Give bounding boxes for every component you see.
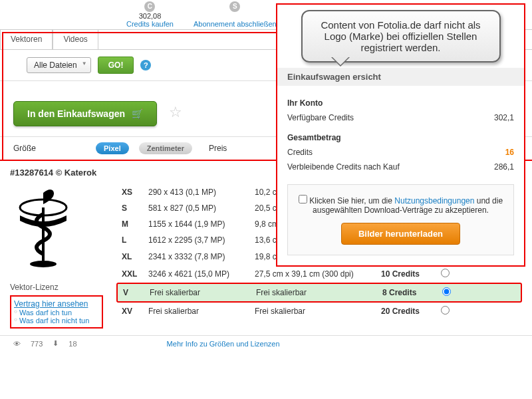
size-dim: 1612 x 2295 (3,7 MP) [148, 235, 255, 245]
size-code: XV [122, 307, 148, 316]
size-dim: 290 x 413 (0,1 MP) [148, 188, 255, 197]
panel-title: Einkaufswagen ersicht [277, 68, 524, 86]
size-row-V[interactable]: VFrei skalierbarFrei skalierbar8 Credits [116, 283, 522, 303]
add-to-cart-button[interactable]: In den Einkaufswagen 🛒 [13, 101, 157, 126]
credits-icon: C [144, 1, 155, 12]
agree-box: Klicken Sie hier, um die Nutzungsbedingu… [287, 184, 514, 255]
speech-bubble: Content von Fotolia.de darf nicht als Lo… [301, 10, 501, 63]
credits-label: Credits [287, 148, 313, 157]
size-credits: 20 Credits [381, 307, 441, 316]
konto-label: Ihr Konto [287, 98, 323, 108]
svg-point-1 [30, 261, 57, 267]
size-code: S [122, 203, 148, 213]
cart-icon: 🛒 [132, 108, 143, 119]
size-radio[interactable] [441, 269, 450, 277]
filetype-dropdown[interactable]: Alle Dateien [27, 57, 91, 73]
go-button[interactable]: GO! [98, 57, 134, 74]
remaining-label: Verbleibende Credits nach Kauf [287, 162, 400, 172]
abo-icon: S [229, 1, 240, 12]
size-row-XV[interactable]: XVFrei skalierbarFrei skalierbar20 Credi… [116, 303, 522, 320]
credits-value: 16 [505, 148, 514, 157]
size-code: L [122, 235, 148, 245]
avail-label: Verfügbare Credits [287, 113, 354, 122]
size-code: M [122, 219, 148, 229]
credits-box[interactable]: C 302,08 Credits kaufen [116, 0, 184, 29]
product-image [10, 188, 76, 274]
total-label: Gesamtbetrag [287, 133, 341, 142]
size-dim: 581 x 827 (0,5 MP) [148, 203, 255, 213]
size-dim: Frei skalierbar [148, 307, 255, 316]
download-button[interactable]: Bilder herunterladen [341, 223, 460, 245]
size-code: XL [122, 252, 148, 261]
size-row-XXL[interactable]: XXL3246 x 4621 (15,0 MP)27,5 cm x 39,1 c… [116, 265, 522, 283]
tab-videos[interactable]: Videos [53, 30, 98, 49]
more-info-link[interactable]: Mehr Info zu Größen und Lizenzen [167, 340, 280, 348]
views-count: 773 [31, 340, 43, 348]
size-code: XXL [122, 269, 148, 279]
size-dim: 1155 x 1644 (1,9 MP) [148, 219, 255, 229]
remaining-value: 286,1 [494, 162, 514, 172]
size-cm: Frei skalierbar [256, 288, 382, 297]
views-icon: 👁 [13, 340, 21, 348]
tab-vektoren[interactable]: Vektoren [0, 30, 53, 49]
license-links-box: Vertrag hier ansehen Was darf ich tun Wa… [10, 295, 103, 329]
footer-stats: 👁773 ⬇18 Mehr Info zu Größen und Lizenze… [0, 335, 532, 351]
size-credits: 8 Credits [382, 288, 442, 297]
size-radio[interactable] [442, 287, 451, 296]
size-dim: 3246 x 4621 (15,0 MP) [148, 269, 255, 279]
downloads-icon: ⬇ [53, 339, 59, 348]
size-code: XS [122, 188, 148, 197]
size-credits: 10 Credits [381, 269, 441, 279]
size-label: Größe [13, 144, 36, 153]
cm-toggle[interactable]: Zentimeter [139, 142, 192, 154]
price-label: Preis [209, 144, 227, 153]
left-col: Vektor-Lizenz Vertrag hier ansehen Was d… [10, 184, 103, 329]
agree-checkbox[interactable] [299, 195, 307, 203]
favorite-icon[interactable]: ☆ [169, 104, 182, 120]
cart-summary-panel: Content von Fotolia.de darf nicht als Lo… [276, 3, 525, 267]
downloads-count: 18 [68, 340, 76, 348]
terms-link[interactable]: Nutzungsbedingungen [394, 196, 474, 205]
pixel-toggle[interactable]: Pixel [96, 142, 129, 154]
size-dim: Frei skalierbar [150, 288, 256, 297]
vektor-lizenz-label: Vektor-Lizenz [10, 283, 103, 292]
help-icon[interactable]: ? [140, 60, 151, 70]
vertrag-link[interactable]: Vertrag hier ansehen [14, 299, 88, 309]
avail-value: 302,1 [494, 113, 514, 122]
size-cm: 27,5 cm x 39,1 cm (300 dpi) [255, 269, 381, 279]
size-radio[interactable] [441, 306, 450, 315]
size-code: V [123, 288, 150, 297]
allowed-link[interactable]: Was darf ich tun [14, 309, 99, 317]
size-dim: 2341 x 3332 (7,8 MP) [148, 252, 255, 261]
size-cm: Frei skalierbar [255, 307, 381, 316]
notallowed-link[interactable]: Was darf ich nicht tun [14, 317, 99, 325]
abo-box[interactable]: S Abonnement abschließen [184, 0, 287, 29]
